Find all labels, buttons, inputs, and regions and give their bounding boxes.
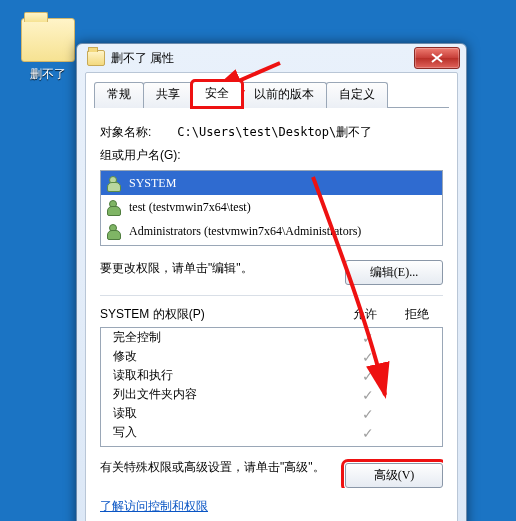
user-group-icon xyxy=(107,223,123,239)
user-name: SYSTEM xyxy=(129,176,176,191)
tab-general[interactable]: 常规 xyxy=(94,82,144,108)
titlebar[interactable]: 删不了 属性 xyxy=(77,44,466,72)
folder-icon xyxy=(87,50,105,66)
tab-sharing[interactable]: 共享 xyxy=(143,82,193,108)
window-title: 删不了 属性 xyxy=(111,50,414,67)
user-group-icon xyxy=(107,175,123,191)
user-icon xyxy=(107,199,123,215)
desktop-folder[interactable]: 删不了 xyxy=(20,18,76,83)
perm-row: 列出文件夹内容✓ xyxy=(101,385,442,404)
perm-row: 读取和执行✓ xyxy=(101,366,442,385)
object-name-label: 对象名称: xyxy=(100,124,174,141)
advanced-hint: 有关特殊权限或高级设置，请单击"高级"。 xyxy=(100,459,325,476)
perm-name: 修改 xyxy=(109,348,346,365)
users-listbox[interactable]: SYSTEM test (testvmwin7x64\test) Adminis… xyxy=(100,170,443,246)
allow-check-icon: ✓ xyxy=(346,331,390,345)
col-deny: 拒绝 xyxy=(391,306,443,323)
object-path: C:\Users\test\Desktop\删不了 xyxy=(177,125,372,139)
user-item-administrators[interactable]: Administrators (testvmwin7x64\Administra… xyxy=(101,219,442,243)
security-panel: 对象名称: C:\Users\test\Desktop\删不了 组或用户名(G)… xyxy=(86,108,457,521)
close-icon xyxy=(431,53,443,63)
desktop-folder-label: 删不了 xyxy=(20,66,76,83)
user-item-test[interactable]: test (testvmwin7x64\test) xyxy=(101,195,442,219)
perm-row: 完全控制✓ xyxy=(101,328,442,347)
user-item-system[interactable]: SYSTEM xyxy=(101,171,442,195)
tab-previous-versions[interactable]: 以前的版本 xyxy=(241,82,327,108)
allow-check-icon: ✓ xyxy=(346,350,390,364)
perm-name: 写入 xyxy=(109,424,346,441)
advanced-button[interactable]: 高级(V) xyxy=(345,463,443,488)
window-body: 常规 共享 安全 以前的版本 自定义 对象名称: C:\Users\test\D… xyxy=(85,72,458,521)
perm-row: 读取✓ xyxy=(101,404,442,423)
edit-hint: 要更改权限，请单击"编辑"。 xyxy=(100,261,253,275)
perm-name: 列出文件夹内容 xyxy=(109,386,346,403)
edit-button[interactable]: 编辑(E)... xyxy=(345,260,443,285)
close-button[interactable] xyxy=(414,47,460,69)
perm-name: 读取和执行 xyxy=(109,367,346,384)
groups-label: 组或用户名(G): xyxy=(100,147,443,164)
allow-check-icon: ✓ xyxy=(346,407,390,421)
tab-customize[interactable]: 自定义 xyxy=(326,82,388,108)
allow-check-icon: ✓ xyxy=(346,369,390,383)
perm-row: 修改✓ xyxy=(101,347,442,366)
user-name: Administrators (testvmwin7x64\Administra… xyxy=(129,224,361,239)
user-name: test (testvmwin7x64\test) xyxy=(129,200,251,215)
tab-bar: 常规 共享 安全 以前的版本 自定义 xyxy=(86,73,457,107)
learn-access-control-link[interactable]: 了解访问控制和权限 xyxy=(100,499,208,513)
allow-check-icon: ✓ xyxy=(346,388,390,402)
allow-check-icon: ✓ xyxy=(346,426,390,440)
col-allow: 允许 xyxy=(339,306,391,323)
permissions-label: SYSTEM 的权限(P) xyxy=(100,306,339,323)
perm-name: 读取 xyxy=(109,405,346,422)
perm-name: 完全控制 xyxy=(109,329,346,346)
properties-window: 删不了 属性 常规 共享 安全 以前的版本 自定义 对象名称: C:\Users… xyxy=(76,43,467,521)
tab-security[interactable]: 安全 xyxy=(192,81,242,107)
folder-icon xyxy=(21,18,75,62)
permissions-listbox[interactable]: 完全控制✓ 修改✓ 读取和执行✓ 列出文件夹内容✓ 读取✓ 写入✓ xyxy=(100,327,443,447)
perm-row: 写入✓ xyxy=(101,423,442,442)
